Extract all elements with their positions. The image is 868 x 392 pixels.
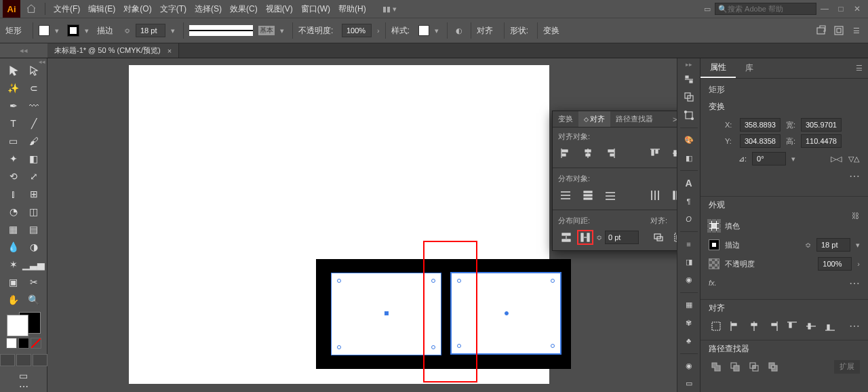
selection-tool[interactable] <box>4 62 23 79</box>
angle-value[interactable]: 0° <box>752 152 786 165</box>
dist-space-h[interactable] <box>577 230 593 245</box>
dist-left[interactable] <box>648 188 663 203</box>
appearance-more-icon[interactable]: ⋯ <box>849 277 860 290</box>
eyedropper-tool[interactable]: 💧 <box>4 239 23 255</box>
align-more-icon[interactable]: ⋯ <box>849 319 860 333</box>
menu-object[interactable]: 对象(O) <box>119 3 155 15</box>
dist-top[interactable] <box>558 188 574 203</box>
color-mode[interactable] <box>6 338 17 349</box>
flip-h-icon[interactable]: ▷◁ <box>830 153 842 165</box>
stroke-value[interactable]: 18 pt <box>816 238 850 252</box>
panel-tab-align[interactable]: ◇对齐 <box>578 111 610 127</box>
dock-transparency-icon[interactable]: ◨ <box>680 254 698 270</box>
help-search[interactable]: 🔍 <box>715 3 816 15</box>
menu-help[interactable]: 帮助(H) <box>334 3 370 15</box>
artboard-tool[interactable]: ▣ <box>4 274 23 290</box>
gradient-mode[interactable] <box>18 338 29 349</box>
gradient-tool[interactable]: ▤ <box>24 221 43 237</box>
close-tab-icon[interactable]: × <box>167 47 172 55</box>
rotate-tool[interactable]: ⟲ <box>4 168 23 184</box>
fill-color[interactable] <box>7 315 28 336</box>
menu-effect[interactable]: 效果(C) <box>226 3 262 15</box>
flip-v-icon[interactable]: ▽△ <box>848 153 860 165</box>
width-tool[interactable]: ⫿ <box>4 186 23 202</box>
fill-stroke-control[interactable] <box>5 313 42 335</box>
pf-exclude[interactable] <box>766 360 781 374</box>
zoom-tool[interactable]: 🔍 <box>24 292 43 308</box>
menu-view[interactable]: 视图(V) <box>262 3 297 15</box>
type-tool[interactable]: T <box>4 115 23 132</box>
align-vcenter[interactable] <box>670 146 677 161</box>
stroke-color-swatch[interactable] <box>709 239 719 250</box>
properties-tab[interactable]: 属性 <box>701 58 736 78</box>
mesh-tool[interactable]: ▦ <box>4 221 23 237</box>
dock-transform-icon[interactable] <box>680 107 698 123</box>
align-right[interactable] <box>602 146 618 161</box>
blend-tool[interactable]: ◑ <box>24 239 43 255</box>
pathfinder-expand-button[interactable]: 扩展 <box>834 360 860 374</box>
brush-tool[interactable]: 🖌 <box>24 133 43 149</box>
properties-menu-icon[interactable]: ☰ <box>850 64 868 73</box>
link-wh-icon[interactable]: ⛓ <box>849 210 861 222</box>
menu-select[interactable]: 选择(S) <box>191 3 226 15</box>
canvas[interactable]: 变换 ◇对齐 路径查找器 >> ☰ 对齐对象: <box>47 58 677 392</box>
p-align-top[interactable] <box>785 319 800 333</box>
spacing-value[interactable]: 0 pt <box>605 231 639 244</box>
scale-tool[interactable]: ⤢ <box>24 168 43 184</box>
isolate-icon[interactable] <box>815 24 827 37</box>
edit-toolbar[interactable]: ⋯ <box>14 381 33 392</box>
panel-collapse-icon[interactable]: >> <box>669 115 677 123</box>
opacity-field[interactable]: 100% <box>342 24 372 37</box>
hand-tool[interactable]: ✋ <box>4 292 23 308</box>
stroke-profile[interactable] <box>189 25 253 36</box>
workspace-icon[interactable]: ▭ <box>700 5 715 14</box>
libraries-tab[interactable]: 库 <box>736 58 763 78</box>
opacity-swatch[interactable] <box>709 258 719 269</box>
menu-type[interactable]: 文字(T) <box>156 3 191 15</box>
lasso-tool[interactable]: ⊂ <box>24 80 43 96</box>
dist-bottom[interactable] <box>602 188 618 203</box>
align-left[interactable] <box>558 146 574 161</box>
p-align-bottom[interactable] <box>823 319 837 333</box>
arrange-icon[interactable]: ▮▮ ▾ <box>378 5 401 14</box>
help-search-input[interactable] <box>728 5 813 13</box>
shape-builder-tool[interactable]: ◔ <box>4 203 23 220</box>
stroke-stepper[interactable]: ≎ <box>805 241 811 250</box>
dock-layers-icon[interactable]: ◉ <box>680 357 698 374</box>
rectangle-tool[interactable]: ▭ <box>4 133 23 149</box>
dock-color-icon[interactable]: 🎨 <box>680 132 698 149</box>
dist-vcenter[interactable] <box>580 188 596 203</box>
p-align-hc[interactable] <box>747 319 762 333</box>
draw-normal[interactable] <box>0 354 15 366</box>
none-mode[interactable] <box>31 338 41 349</box>
stepper-icon[interactable]: ≎ <box>124 26 130 35</box>
dock-brushes-icon[interactable]: ✾ <box>680 315 698 331</box>
p-alignto[interactable] <box>709 319 724 333</box>
document-tab[interactable]: 未标题-1* @ 50 % (CMYK/预览) × <box>47 43 179 58</box>
screen-mode[interactable]: ▭ <box>14 370 33 381</box>
fill-swatch[interactable] <box>39 25 50 36</box>
dist-hcenter[interactable] <box>670 188 677 203</box>
close-button[interactable]: ✕ <box>849 4 865 14</box>
direct-selection-tool[interactable] <box>24 62 43 79</box>
opacity-value[interactable]: 100% <box>818 257 852 271</box>
magic-wand-tool[interactable]: ✨ <box>4 80 23 96</box>
h-value[interactable]: 110.4478 <box>801 134 842 148</box>
p-align-right[interactable] <box>766 319 781 333</box>
stroke-dropdown[interactable]: ▾ <box>85 26 92 35</box>
panel-tab-transform[interactable]: 变换 <box>553 111 578 127</box>
p-align-vc[interactable] <box>804 319 818 333</box>
alignto-selection[interactable] <box>650 230 667 245</box>
shaper-tool[interactable]: ✦ <box>4 151 23 167</box>
alignto-icon[interactable] <box>833 24 845 37</box>
dock-char-icon[interactable]: A <box>680 175 698 191</box>
align-hcenter[interactable] <box>580 146 596 161</box>
pf-intersect[interactable] <box>747 360 762 374</box>
y-value[interactable]: 304.8358 <box>740 134 781 148</box>
maximize-button[interactable]: □ <box>833 4 849 14</box>
options-icon[interactable]: ☰ <box>850 24 863 37</box>
menu-edit[interactable]: 编辑(E) <box>84 3 119 15</box>
align-top[interactable] <box>648 146 663 161</box>
opacity-more[interactable]: › <box>857 260 860 268</box>
align-label[interactable]: 对齐 <box>477 25 498 37</box>
